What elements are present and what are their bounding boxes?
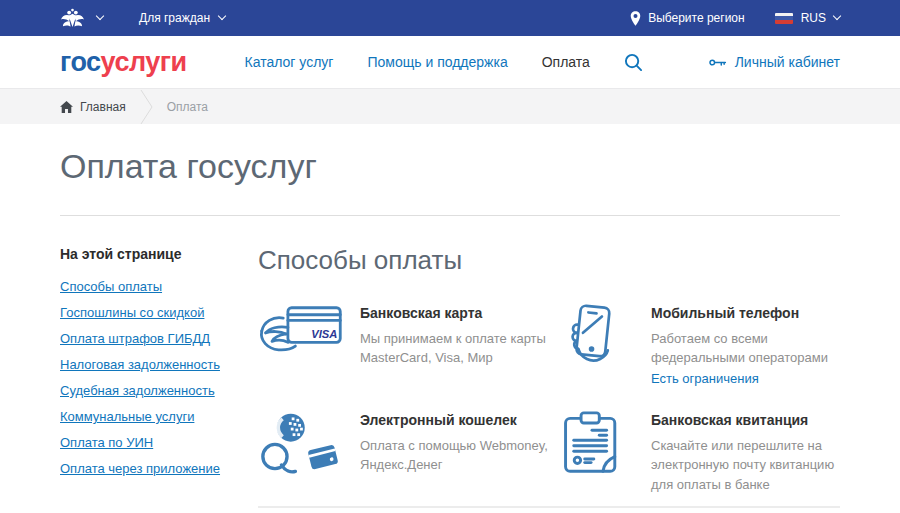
method-title: Электронный кошелек bbox=[360, 412, 549, 428]
payment-method-bank-card: VISA Банковская карта Мы принимаем к опл… bbox=[258, 303, 549, 410]
restrictions-link[interactable]: Есть ограничения bbox=[651, 371, 759, 386]
audience-label: Для граждан bbox=[139, 11, 210, 25]
nav-payment[interactable]: Оплата bbox=[542, 54, 590, 70]
breadcrumb-home[interactable]: Главная bbox=[60, 100, 126, 114]
svg-text:VISA: VISA bbox=[311, 328, 337, 340]
main-nav: Каталог услуг Помощь и поддержка Оплата bbox=[245, 53, 643, 72]
mobile-phone-icon bbox=[549, 303, 635, 368]
payment-method-mobile-phone: Мобильный телефон Работаем со всеми феде… bbox=[549, 303, 840, 410]
method-title: Банковская квитанция bbox=[651, 412, 840, 428]
sidebar-heading: На этой странице bbox=[60, 246, 258, 262]
nav-help[interactable]: Помощь и поддержка bbox=[367, 54, 507, 70]
method-description: Мы принимаем к оплате карты MasterCard, … bbox=[360, 329, 549, 368]
method-title: Мобильный телефон bbox=[651, 305, 840, 321]
sidebar-link-uin-payment[interactable]: Оплата по УИН bbox=[60, 435, 258, 450]
home-icon bbox=[60, 101, 73, 113]
breadcrumb-home-label: Главная bbox=[80, 100, 126, 114]
region-selector[interactable]: Выберите регион bbox=[630, 11, 745, 26]
language-selector[interactable]: RUS bbox=[775, 11, 840, 25]
payment-method-bank-receipt: Банковская квитанция Скачайте или перешл… bbox=[549, 410, 840, 495]
personal-account-link[interactable]: Личный кабинет bbox=[709, 54, 840, 70]
method-description: Оплата с помощью Webmoney, Яндекс.Денег bbox=[360, 436, 549, 475]
search-icon[interactable] bbox=[624, 53, 643, 72]
breadcrumb-separator-icon bbox=[140, 90, 153, 124]
sidebar-link-payment-methods[interactable]: Способы оплаты bbox=[60, 279, 258, 294]
title-divider bbox=[60, 215, 840, 216]
sidebar-link-traffic-fines[interactable]: Оплата штрафов ГИБДД bbox=[60, 331, 258, 346]
russia-coat-of-arms-icon[interactable] bbox=[60, 8, 85, 29]
key-icon bbox=[709, 58, 727, 67]
region-label: Выберите регион bbox=[648, 11, 745, 25]
sidebar-link-utilities[interactable]: Коммунальные услуги bbox=[60, 409, 258, 424]
language-label: RUS bbox=[801, 11, 826, 25]
method-description: Скачайте или перешлите на электронную по… bbox=[651, 436, 840, 495]
chevron-down-icon[interactable] bbox=[96, 12, 104, 20]
bank-receipt-icon bbox=[549, 410, 635, 476]
payment-methods-grid: VISA Банковская карта Мы принимаем к опл… bbox=[258, 303, 840, 495]
gosuslugi-page: Для граждан Выберите регион RUS bbox=[0, 0, 900, 508]
method-title: Банковская карта bbox=[360, 305, 549, 321]
location-pin-icon bbox=[630, 11, 641, 26]
sidebar-link-tax-debt[interactable]: Налоговая задолженность bbox=[60, 357, 258, 372]
logo-text-blue: гос bbox=[60, 47, 101, 77]
on-this-page-nav: На этой странице Способы оплаты Госпошли… bbox=[60, 246, 258, 508]
main-content: Способы оплаты bbox=[258, 246, 840, 508]
nav-catalog[interactable]: Каталог услуг bbox=[245, 54, 334, 70]
sidebar-link-court-debt[interactable]: Судебная задолженность bbox=[60, 383, 258, 398]
breadcrumb: Главная Оплата bbox=[0, 88, 900, 124]
chevron-down-icon bbox=[218, 12, 226, 20]
method-description: Работаем со всеми федеральными оператора… bbox=[651, 329, 840, 368]
russia-flag-icon bbox=[775, 13, 793, 24]
page-title: Оплата госуслуг bbox=[60, 148, 840, 185]
account-label: Личный кабинет bbox=[735, 54, 840, 70]
breadcrumb-current: Оплата bbox=[167, 100, 208, 114]
audience-selector[interactable]: Для граждан bbox=[139, 11, 225, 25]
payment-method-e-wallet: Электронный кошелек Оплата с помощью Web… bbox=[258, 410, 549, 495]
chevron-down-icon bbox=[833, 12, 841, 20]
section-title: Способы оплаты bbox=[258, 246, 840, 275]
sidebar-link-app-payment[interactable]: Оплата через приложение bbox=[60, 461, 258, 476]
bank-card-icon: VISA bbox=[258, 303, 344, 363]
e-wallet-icon bbox=[258, 410, 344, 477]
main-header: госуслуги Каталог услуг Помощь и поддерж… bbox=[0, 36, 900, 88]
sidebar-link-discounted-duties[interactable]: Госпошлины со скидкой bbox=[60, 305, 258, 320]
logo-text-red: услуги bbox=[101, 47, 187, 77]
section-divider bbox=[258, 506, 840, 508]
topbar: Для граждан Выберите регион RUS bbox=[0, 0, 900, 36]
gosuslugi-logo[interactable]: госуслуги bbox=[60, 49, 187, 76]
